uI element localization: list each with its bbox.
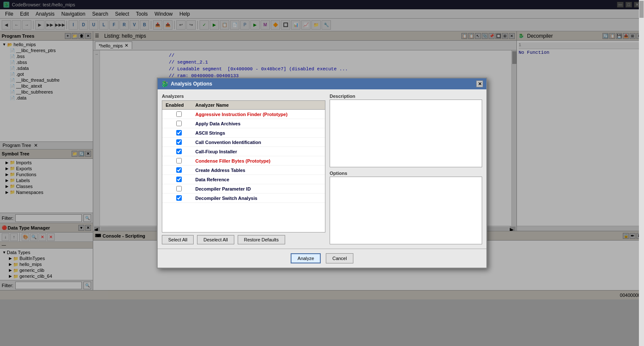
checkbox-3[interactable] (176, 139, 182, 145)
analyzer-checkbox-4[interactable] (164, 148, 194, 155)
analyzer-row-8: Decompiler Parameter ID (162, 184, 325, 194)
analyzer-row-5: Condense Filler Bytes (Prototype) (162, 156, 325, 166)
checkbox-1[interactable] (176, 121, 182, 126)
analyzer-name-0: Aggressive Instruction Finder (Prototype… (194, 111, 323, 118)
analyzer-row-0: Aggressive Instruction Finder (Prototype… (162, 110, 325, 119)
description-box (330, 100, 482, 167)
analyzer-checkbox-3[interactable] (164, 138, 194, 146)
analyzers-action-buttons: Select All Deselect All Restore Defaults (162, 235, 325, 244)
cancel-button[interactable]: Cancel (326, 253, 353, 263)
modal-close-button[interactable]: ✕ (476, 80, 483, 87)
analysis-options-modal: 🐉 Analysis Options ✕ Analyzers Enabled A… (157, 78, 487, 268)
analyzers-table-header: Enabled Analyzer Name (162, 101, 325, 110)
modal-title-icon: 🐉 (161, 80, 168, 87)
modal-title-bar: 🐉 Analysis Options ✕ (158, 78, 486, 89)
checkbox-5[interactable] (176, 158, 182, 163)
analyzer-name-5: Condense Filler Bytes (Prototype) (194, 158, 323, 164)
analyzers-table: Enabled Analyzer Name Aggressive Instruc… (162, 100, 325, 233)
analyzer-name-8: Decompiler Parameter ID (194, 185, 323, 192)
description-label: Description (330, 94, 482, 99)
restore-defaults-button[interactable]: Restore Defaults (238, 235, 285, 244)
analyzers-section-label: Analyzers (162, 94, 325, 99)
analyzer-checkbox-7[interactable] (164, 176, 194, 183)
analyzer-checkbox-6[interactable] (164, 166, 194, 174)
analyzer-row-7: Data Reference (162, 175, 325, 184)
analyzers-section: Analyzers Enabled Analyzer Name Aggressi… (162, 94, 325, 244)
col-enabled-header: Enabled (164, 102, 194, 108)
analyzer-name-9: Decompiler Switch Analysis (194, 195, 323, 202)
analyzer-name-1: Apply Data Archives (194, 120, 323, 127)
checkbox-8[interactable] (176, 186, 182, 191)
analyzer-checkbox-9[interactable] (164, 194, 194, 202)
select-all-button[interactable]: Select All (162, 235, 194, 244)
analyzer-checkbox-5[interactable] (164, 157, 194, 164)
analyzer-row-3: Call Convention Identification (162, 138, 325, 147)
options-label: Options (330, 171, 482, 176)
analyzer-checkbox-1[interactable] (164, 120, 194, 127)
analyzer-name-6: Create Address Tables (194, 167, 323, 174)
analyzer-name-2: ASCII Strings (194, 130, 323, 136)
analyzer-row-2: ASCII Strings (162, 128, 325, 138)
description-area: Description (330, 94, 482, 167)
checkbox-4[interactable] (176, 149, 182, 154)
analyzer-row-6: Create Address Tables (162, 166, 325, 175)
analyzer-row-1: Apply Data Archives (162, 119, 325, 128)
analyzer-checkbox-8[interactable] (164, 185, 194, 192)
options-box (330, 177, 482, 244)
checkbox-2[interactable] (176, 130, 182, 136)
analyzer-name-7: Data Reference (194, 176, 323, 183)
checkbox-9[interactable] (176, 195, 182, 201)
checkbox-0[interactable] (176, 111, 182, 117)
col-name-header: Analyzer Name (194, 102, 323, 108)
analyzer-name-3: Call Convention Identification (194, 139, 323, 146)
analyzer-checkbox-2[interactable] (164, 129, 194, 136)
modal-footer: Analyze Cancel (158, 249, 486, 268)
deselect-all-button[interactable]: Deselect All (197, 235, 234, 244)
checkbox-7[interactable] (176, 177, 182, 182)
analyze-button[interactable]: Analyze (291, 253, 321, 263)
analyzer-row-4: Call-Fixup Installer (162, 147, 325, 156)
modal-body: Analyzers Enabled Analyzer Name Aggressi… (158, 89, 486, 249)
analyzer-name-4: Call-Fixup Installer (194, 148, 323, 155)
modal-title-text: Analysis Options (171, 81, 212, 87)
analyzer-row-9: Decompiler Switch Analysis (162, 194, 325, 203)
modal-overlay: 🐉 Analysis Options ✕ Analyzers Enabled A… (0, 0, 644, 346)
options-area: Options (330, 171, 482, 244)
analyzer-checkbox-0[interactable] (164, 111, 194, 118)
checkbox-6[interactable] (176, 167, 182, 173)
analyzers-list: Aggressive Instruction Finder (Prototype… (162, 110, 325, 232)
description-section: Description Options (330, 94, 482, 244)
